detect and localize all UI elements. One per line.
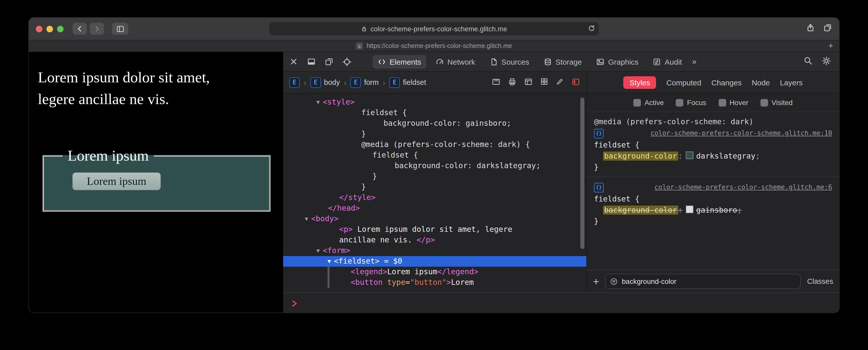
dom-line[interactable]: <legend>Lorem ipsum</legend> bbox=[283, 267, 586, 277]
dom-line[interactable]: } bbox=[283, 171, 586, 182]
tab-overview-button[interactable] bbox=[823, 23, 832, 34]
pseudo-active[interactable]: Active bbox=[633, 98, 664, 107]
checkbox-icon[interactable] bbox=[633, 99, 641, 106]
breadcrumb-item-fieldset[interactable]: E fieldset bbox=[389, 77, 426, 88]
pseudo-visited[interactable]: Visited bbox=[761, 98, 793, 107]
frames-button[interactable] bbox=[524, 77, 533, 88]
color-swatch[interactable] bbox=[686, 151, 693, 159]
dom-line[interactable]: background-color: gainsboro; bbox=[283, 118, 586, 129]
syntax-token: @media (prefers-color-scheme: dark) { bbox=[361, 140, 530, 149]
tab-layers[interactable]: Layers bbox=[780, 78, 803, 87]
breadcrumb-item-body[interactable]: E body bbox=[310, 77, 340, 88]
back-button[interactable] bbox=[73, 23, 87, 35]
elements-icon bbox=[377, 57, 386, 66]
more-tabs-button[interactable]: » bbox=[692, 57, 697, 66]
tab-computed[interactable]: Computed bbox=[666, 78, 701, 87]
checkbox-icon[interactable] bbox=[676, 99, 684, 106]
tab-network[interactable]: Network bbox=[430, 55, 480, 68]
element-overlay-button[interactable] bbox=[571, 77, 580, 88]
new-rule-button[interactable]: + bbox=[593, 276, 599, 287]
tab-styles[interactable]: Styles bbox=[623, 76, 656, 89]
dock-side-button[interactable] bbox=[324, 57, 334, 66]
dom-line[interactable]: <p> Lorem ipsum dolor sit amet, legere bbox=[283, 224, 586, 235]
frames-icon bbox=[524, 77, 533, 86]
dom-line[interactable]: <button type="button">Lorem bbox=[283, 277, 586, 288]
tab-audit[interactable]: Audit bbox=[648, 55, 687, 68]
filter-value: background-color bbox=[622, 277, 677, 285]
dom-line[interactable]: fieldset { bbox=[283, 108, 586, 118]
tab-storage[interactable]: Storage bbox=[538, 55, 587, 68]
syntax-token: fieldset { bbox=[361, 108, 407, 117]
search-button[interactable] bbox=[803, 56, 812, 67]
sidebar-toggle-button[interactable] bbox=[112, 23, 128, 35]
rule-source-link[interactable]: color-scheme-prefers-color-scheme.glitch… bbox=[651, 128, 832, 139]
checkbox-icon[interactable] bbox=[761, 99, 768, 106]
pseudo-focus[interactable]: Focus bbox=[676, 98, 706, 107]
style-filter-input[interactable]: background-color bbox=[605, 274, 801, 289]
grid-overlay-button[interactable] bbox=[540, 77, 549, 87]
edit-mode-button[interactable] bbox=[556, 77, 564, 87]
dom-line[interactable]: } bbox=[283, 182, 586, 193]
minimize-window-button[interactable] bbox=[46, 26, 53, 32]
console-bar[interactable] bbox=[283, 292, 839, 313]
dom-line[interactable]: ▼<body> bbox=[283, 214, 586, 224]
css-declaration[interactable]: background-color:darkslategray; bbox=[594, 150, 832, 162]
tab-node[interactable]: Node bbox=[752, 78, 770, 87]
syntax-token: = bbox=[405, 278, 410, 287]
forward-button[interactable] bbox=[90, 23, 104, 35]
dom-line[interactable]: </head> bbox=[283, 203, 586, 214]
titlebar-right-buttons bbox=[806, 23, 832, 34]
syntax-token: </legend> bbox=[437, 267, 478, 276]
color-swatch[interactable] bbox=[686, 206, 693, 213]
pseudo-hover[interactable]: Hover bbox=[718, 98, 748, 107]
goto-source-icon[interactable]: {} bbox=[594, 182, 603, 192]
tab-title[interactable]: https://color-scheme-prefers-color-schem… bbox=[367, 42, 512, 50]
tab-changes[interactable]: Changes bbox=[711, 78, 742, 87]
window-content: Lorem ipsum dolor sit amet, legere ancil… bbox=[29, 52, 839, 313]
syntax-token: ▼ bbox=[328, 256, 331, 267]
dom-line[interactable]: fieldset { bbox=[283, 150, 586, 161]
page-paragraph: Lorem ipsum dolor sit amet, legere ancil… bbox=[38, 66, 210, 110]
dom-line[interactable]: } bbox=[283, 129, 586, 139]
css-rules: @media (prefers-color-scheme: dark) {} c… bbox=[587, 112, 839, 231]
syntax-token: Lorem ipsum dolor sit amet, legere bbox=[353, 225, 512, 234]
tab-graphics[interactable]: Graphics bbox=[591, 55, 644, 68]
checkbox-icon[interactable] bbox=[718, 99, 726, 106]
rule-selector[interactable]: fieldset { bbox=[594, 139, 832, 150]
tab-bar: c https://color-scheme-prefers-color-sch… bbox=[29, 40, 839, 52]
dom-line[interactable]: ▼<style> bbox=[283, 97, 586, 108]
rule-selector[interactable]: fieldset { bbox=[594, 194, 832, 205]
address-bar[interactable]: color-scheme-prefers-color-scheme.glitch… bbox=[269, 22, 599, 35]
dom-line[interactable]: ▼<form> bbox=[283, 245, 586, 256]
settings-button[interactable] bbox=[822, 56, 831, 67]
close-window-button[interactable] bbox=[36, 26, 42, 32]
dom-toolbar-icons bbox=[492, 77, 580, 88]
layout-rulers-button[interactable] bbox=[492, 77, 501, 88]
syntax-token: <body> bbox=[311, 214, 338, 223]
css-declaration-overridden[interactable]: background-color:gainsboro; bbox=[594, 205, 832, 216]
new-tab-button[interactable]: + bbox=[828, 40, 833, 52]
breadcrumb-item-form[interactable]: E form bbox=[350, 77, 379, 88]
tab-elements[interactable]: Elements bbox=[372, 55, 426, 68]
rule-source-link[interactable]: color-scheme-prefers-color-scheme.glitch… bbox=[654, 182, 832, 193]
tab-sources[interactable]: Sources bbox=[484, 55, 534, 68]
reload-button[interactable] bbox=[588, 24, 595, 34]
dom-line-selected[interactable]: ▼<fieldset> = $0 bbox=[283, 256, 586, 267]
dom-line[interactable]: </style> bbox=[283, 193, 586, 203]
close-inspector-button[interactable] bbox=[289, 57, 298, 66]
dom-line[interactable]: background-color: darkslategray; bbox=[283, 161, 586, 171]
dock-bottom-button[interactable] bbox=[307, 57, 316, 66]
page-button[interactable]: Lorem ipsum bbox=[72, 172, 161, 190]
dom-line[interactable]: ancillae ne vis. </p> bbox=[283, 235, 586, 245]
share-button[interactable] bbox=[806, 23, 815, 34]
goto-source-icon[interactable]: {} bbox=[594, 128, 603, 138]
element-picker-button[interactable] bbox=[342, 57, 352, 66]
pseudo-label: Focus bbox=[687, 98, 706, 107]
rule-header: {} color-scheme-prefers-color-scheme.gli… bbox=[594, 181, 832, 194]
print-styles-button[interactable] bbox=[508, 77, 517, 88]
breadcrumb-item-html[interactable]: E bbox=[289, 77, 300, 88]
dom-line[interactable]: @media (prefers-color-scheme: dark) { bbox=[283, 139, 586, 150]
classes-toggle[interactable]: Classes bbox=[807, 277, 833, 285]
zoom-window-button[interactable] bbox=[57, 26, 64, 32]
dom-scrollbar[interactable] bbox=[580, 97, 584, 249]
